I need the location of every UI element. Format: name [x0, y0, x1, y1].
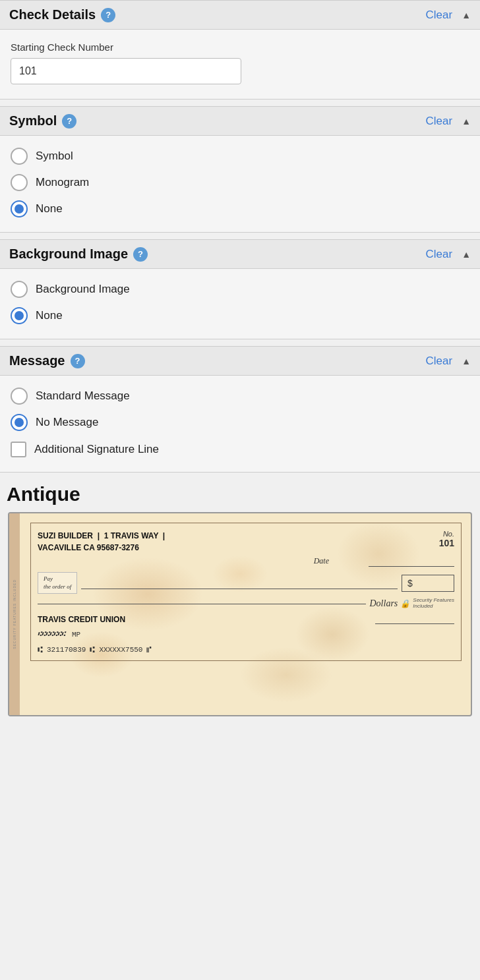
background-image-clear-button[interactable]: Clear	[426, 248, 453, 261]
micr-symbol-end: ⑈	[146, 645, 152, 655]
symbol-section: Symbol ? Clear ▲ Symbol Monogram None	[0, 106, 480, 233]
symbol-help-icon[interactable]: ?	[62, 114, 76, 129]
check-name: SUZI BUILDER | 1 TRAVIS WAY |	[38, 530, 165, 542]
check-details-clear-button[interactable]: Clear	[426, 9, 453, 22]
symbol-radio-none[interactable]	[11, 200, 28, 217]
message-header: Message ? Clear ▲	[0, 346, 480, 376]
micr-routing: 321170839	[47, 646, 86, 654]
background-image-radio-group: Background Image None	[11, 281, 469, 324]
check-payto-row: Pay the order of $	[38, 572, 454, 594]
pay-order-of-image: Pay the order of	[38, 572, 77, 594]
dollar-sign: $	[407, 578, 413, 589]
check-micr-line: ⑆ 321170839 ⑆ XXXXXX7550 ⑈	[38, 645, 454, 655]
memo-line: ⑆⑆⑆⑆⑆⑆⑆ MP	[38, 631, 454, 639]
bg-option-none-label: None	[36, 309, 63, 322]
message-radio-none[interactable]	[11, 414, 28, 431]
security-strip: SECURITY FEATURES INCLUDED	[9, 513, 20, 715]
message-collapse-icon[interactable]: ▲	[462, 356, 471, 366]
check-details-title: Check Details	[9, 7, 96, 22]
message-radio-standard[interactable]	[11, 388, 28, 405]
background-image-section: Background Image ? Clear ▲ Background Im…	[0, 239, 480, 339]
bg-radio-image[interactable]	[11, 281, 28, 298]
symbol-option-none-label: None	[36, 202, 63, 216]
check-bottom-row: TRAVIS CREDIT UNION	[38, 615, 454, 624]
background-image-header: Background Image ? Clear ▲	[0, 239, 480, 269]
message-checkbox-addlsig-label: Additional Signature Line	[34, 443, 159, 456]
symbol-radio-monogram[interactable]	[11, 174, 28, 191]
message-title: Message	[9, 353, 65, 368]
check-number-label: No.	[439, 530, 454, 538]
bg-option-image[interactable]: Background Image	[11, 281, 469, 298]
background-image-body: Background Image None	[0, 269, 480, 339]
message-radio-group: Standard Message No Message	[11, 388, 469, 431]
check-owner-name: SUZI BUILDER	[38, 531, 93, 540]
message-help-icon[interactable]: ?	[71, 354, 85, 368]
check-top-row: SUZI BUILDER | 1 TRAVIS WAY | VACAVILLE …	[38, 530, 454, 554]
message-option-none-label: No Message	[36, 416, 98, 429]
background-image-help-icon[interactable]: ?	[133, 247, 148, 262]
symbol-option-symbol-label: Symbol	[36, 150, 73, 163]
dollar-box: $	[402, 575, 454, 592]
bank-info: TRAVIS CREDIT UNION	[38, 615, 125, 624]
message-body: Standard Message No Message Additional S…	[0, 376, 480, 473]
symbol-collapse-icon[interactable]: ▲	[462, 116, 471, 127]
dollars-text: Dollars	[370, 598, 398, 609]
message-section: Message ? Clear ▲ Standard Message No Me…	[0, 346, 480, 473]
micr-symbol-start: ⑆	[38, 645, 43, 655]
message-option-none[interactable]: No Message	[11, 414, 469, 431]
signature-line	[375, 623, 454, 624]
check-number-area: No. 101	[439, 530, 454, 548]
check-number-value: 101	[439, 538, 454, 548]
check-details-body: Starting Check Number	[0, 30, 480, 100]
check-details-help-icon[interactable]: ?	[101, 8, 115, 22]
starting-check-number-label: Starting Check Number	[11, 42, 469, 53]
dollars-label: Dollars 🔒 Security FeaturesIncluded	[370, 598, 455, 610]
check-details-collapse-icon[interactable]: ▲	[462, 10, 471, 20]
check-address2: VACAVILLE CA 95687-3276	[38, 542, 165, 554]
check-border: SUZI BUILDER | 1 TRAVIS WAY | VACAVILLE …	[30, 523, 462, 661]
check-details-section: Check Details ? Clear ▲ Starting Check N…	[0, 0, 480, 100]
starting-check-number-input[interactable]	[11, 58, 241, 84]
bg-radio-none[interactable]	[11, 307, 28, 324]
micr-symbol-mid: ⑆	[90, 645, 95, 655]
amount-line	[38, 604, 366, 604]
symbol-title: Symbol	[9, 113, 57, 129]
symbol-radio-symbol[interactable]	[11, 148, 28, 165]
symbol-body: Symbol Monogram None	[0, 136, 480, 233]
security-strip-text: SECURITY FEATURES INCLUDED	[13, 579, 16, 649]
background-image-collapse-icon[interactable]: ▲	[462, 249, 471, 260]
check-amount-row: Dollars 🔒 Security FeaturesIncluded	[38, 598, 454, 610]
bank-name: TRAVIS CREDIT UNION	[38, 615, 125, 624]
symbol-option-monogram-label: Monogram	[36, 176, 89, 189]
message-clear-button[interactable]: Clear	[426, 355, 453, 368]
memo-text: ⑆⑆⑆⑆⑆⑆⑆	[38, 631, 65, 638]
pay-line	[81, 577, 398, 589]
check-details-header: Check Details ? Clear ▲	[0, 0, 480, 30]
security-features-text: Security FeaturesIncluded	[413, 598, 454, 610]
checkbox-addlsig[interactable]	[11, 442, 26, 457]
symbol-header: Symbol ? Clear ▲	[0, 106, 480, 136]
micr-account: XXXXXX7550	[99, 646, 142, 654]
antique-title: Antique	[0, 473, 480, 512]
check-preview: SECURITY FEATURES INCLUDED SUZI BUILDER …	[8, 512, 472, 716]
check-address1: 1 TRAVIS WAY	[104, 531, 158, 540]
symbol-radio-group: Symbol Monogram None	[11, 148, 469, 217]
background-image-title: Background Image	[9, 246, 128, 262]
symbol-option-none[interactable]: None	[11, 200, 469, 217]
message-option-standard-label: Standard Message	[36, 389, 130, 403]
message-option-standard[interactable]: Standard Message	[11, 388, 469, 405]
symbol-clear-button[interactable]: Clear	[426, 115, 453, 128]
symbol-option-symbol[interactable]: Symbol	[11, 148, 469, 165]
memo-micr-placeholder: MP	[72, 631, 80, 639]
date-label: Date	[314, 556, 329, 567]
bg-option-none[interactable]: None	[11, 307, 469, 324]
check-date-line: Date	[38, 556, 454, 567]
message-checkbox-addlsig[interactable]: Additional Signature Line	[11, 442, 469, 457]
message-checkbox-group: Additional Signature Line	[11, 442, 469, 457]
lock-icon: 🔒	[400, 599, 410, 608]
symbol-option-monogram[interactable]: Monogram	[11, 174, 469, 191]
check-name-address: SUZI BUILDER | 1 TRAVIS WAY | VACAVILLE …	[38, 530, 165, 554]
bg-option-image-label: Background Image	[36, 283, 130, 296]
